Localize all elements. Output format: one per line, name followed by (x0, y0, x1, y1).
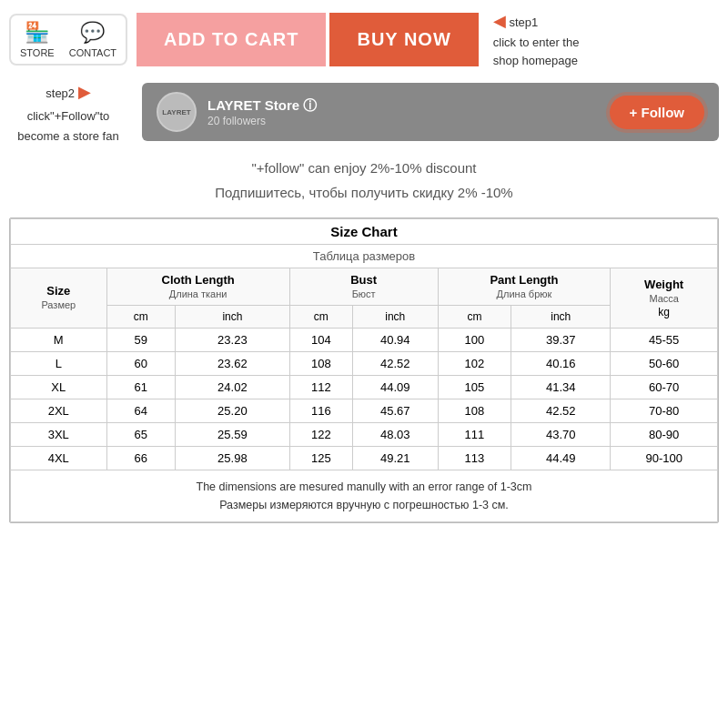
size-chart-table: Size Chart Таблица размеров Size Размер … (10, 218, 718, 522)
cloth-inch-cell: 23.62 (176, 351, 290, 375)
table-row: 2XL 64 25.20 116 45.67 108 42.52 70-80 (11, 399, 718, 422)
contact-button[interactable]: 💬 CONTACT (69, 21, 116, 58)
store-label: STORE (20, 47, 55, 58)
unit-bust-inch: inch (352, 305, 438, 328)
unit-pant-inch: inch (511, 305, 611, 328)
pant-inch-cell: 40.16 (511, 351, 611, 375)
discount-text: "+follow" can enjoy 2%-10% discount Подп… (9, 156, 719, 205)
cloth-cm-cell: 59 (106, 328, 176, 351)
cloth-cm-cell: 65 (106, 422, 176, 446)
main-container: 🏪 STORE 💬 CONTACT ADD TO CART BUY NOW ◀ … (0, 0, 728, 532)
bust-inch-cell: 40.94 (352, 328, 438, 351)
store-info: LAYRET Store ⓘ 20 followers (207, 97, 317, 127)
col-header-bust: Bust Бюст (289, 268, 438, 305)
step1-hint1: click to enter the (493, 34, 580, 52)
discount-line2: Подпишитесь, чтобы получить скидку 2% -1… (9, 180, 719, 205)
step1-hint2: shop homepage (493, 52, 580, 70)
header-main-row: Size Размер Cloth Length Длина ткани Bus… (11, 268, 718, 305)
weight-cell: 60-70 (611, 375, 718, 399)
size-cell: 4XL (11, 446, 107, 470)
bust-inch-cell: 49.21 (352, 446, 438, 470)
bust-cm-cell: 125 (289, 446, 352, 470)
bust-inch-cell: 45.67 (352, 399, 438, 422)
size-chart-wrapper: Size Chart Таблица размеров Size Размер … (9, 217, 719, 523)
step2-hint: step2 ▶ click"+Follow"to become a store … (9, 78, 127, 147)
chart-title: Size Chart (11, 218, 718, 244)
pant-cm-cell: 102 (438, 351, 511, 375)
store-logo-area: LAYRET LAYRET Store ⓘ 20 followers (157, 92, 317, 132)
cloth-inch-cell: 25.59 (176, 422, 290, 446)
pant-inch-cell: 43.70 (511, 422, 611, 446)
bust-inch-cell: 44.09 (352, 375, 438, 399)
buy-now-button[interactable]: BUY NOW (329, 13, 478, 66)
cloth-cm-cell: 64 (106, 399, 176, 422)
table-row: L 60 23.62 108 42.52 102 40.16 50-60 (11, 351, 718, 375)
note-cell: The dimensions are mesured manully with … (11, 470, 718, 521)
unit-cloth-cm: cm (106, 305, 176, 328)
bust-inch-cell: 48.03 (352, 422, 438, 446)
store-follow-bar: LAYRET LAYRET Store ⓘ 20 followers + Fol… (142, 83, 719, 141)
cloth-inch-cell: 25.20 (176, 399, 290, 422)
store-logo: LAYRET (157, 92, 197, 132)
bust-cm-cell: 112 (289, 375, 352, 399)
unit-pant-cm: cm (438, 305, 511, 328)
follow-button[interactable]: + Follow (610, 96, 704, 129)
size-cell: L (11, 351, 107, 375)
store-icon: 🏪 (25, 21, 49, 45)
cloth-cm-cell: 61 (106, 375, 176, 399)
note-line2: Размеры измеряются вручную с погрешность… (219, 499, 509, 511)
bust-cm-cell: 122 (289, 422, 352, 446)
chart-subtitle: Таблица размеров (11, 244, 718, 268)
cloth-inch-cell: 24.02 (176, 375, 290, 399)
size-cell: 3XL (11, 422, 107, 446)
cloth-inch-cell: 25.98 (176, 446, 290, 470)
step2-hint2: become a store fan (17, 129, 118, 143)
contact-label: CONTACT (69, 47, 116, 58)
step1-label: step1 (509, 15, 538, 29)
table-row: 4XL 66 25.98 125 49.21 113 44.49 90-100 (11, 446, 718, 470)
store-name: LAYRET Store ⓘ (207, 97, 317, 115)
pant-inch-cell: 41.34 (511, 375, 611, 399)
bust-cm-cell: 108 (289, 351, 352, 375)
cloth-cm-cell: 60 (106, 351, 176, 375)
pant-cm-cell: 113 (438, 446, 511, 470)
table-row: M 59 23.23 104 40.94 100 39.37 45-55 (11, 328, 718, 351)
store-followers: 20 followers (207, 115, 317, 127)
pant-inch-cell: 39.37 (511, 328, 611, 351)
step1-arrow-icon: ◀ (493, 12, 506, 30)
size-cell: 2XL (11, 399, 107, 422)
bust-inch-cell: 42.52 (352, 351, 438, 375)
pant-cm-cell: 100 (438, 328, 511, 351)
pant-cm-cell: 105 (438, 375, 511, 399)
unit-bust-cm: cm (289, 305, 352, 328)
add-to-cart-button[interactable]: ADD TO CART (136, 13, 326, 66)
step2-arrow-icon: ▶ (78, 83, 91, 101)
store-contact-box: 🏪 STORE 💬 CONTACT (9, 14, 127, 66)
weight-cell: 90-100 (611, 446, 718, 470)
pant-inch-cell: 44.49 (511, 446, 611, 470)
weight-cell: 50-60 (611, 351, 718, 375)
store-logo-text: LAYRET (162, 108, 190, 116)
col-header-pant: Pant Length Длина брюк (438, 268, 611, 305)
discount-line1: "+follow" can enjoy 2%-10% discount (9, 156, 719, 180)
chart-title-row: Size Chart (11, 218, 718, 244)
step2-section: step2 ▶ click"+Follow"to become a store … (9, 78, 719, 147)
bust-cm-cell: 104 (289, 328, 352, 351)
cloth-inch-cell: 23.23 (176, 328, 290, 351)
contact-icon: 💬 (80, 21, 105, 45)
store-button[interactable]: 🏪 STORE (20, 21, 55, 58)
step2-hint1: click"+Follow"to (27, 109, 110, 123)
table-row: 3XL 65 25.59 122 48.03 111 43.70 80-90 (11, 422, 718, 446)
weight-cell: 80-90 (611, 422, 718, 446)
pant-cm-cell: 111 (438, 422, 511, 446)
col-header-weight: Weight Масса kg (611, 268, 718, 328)
pant-inch-cell: 42.52 (511, 399, 611, 422)
size-cell: M (11, 328, 107, 351)
weight-cell: 70-80 (611, 399, 718, 422)
cloth-cm-cell: 66 (106, 446, 176, 470)
col-header-size: Size Размер (11, 268, 107, 328)
chart-subtitle-row: Таблица размеров (11, 244, 718, 268)
top-section: 🏪 STORE 💬 CONTACT ADD TO CART BUY NOW ◀ … (9, 9, 719, 69)
table-row: XL 61 24.02 112 44.09 105 41.34 60-70 (11, 375, 718, 399)
size-cell: XL (11, 375, 107, 399)
